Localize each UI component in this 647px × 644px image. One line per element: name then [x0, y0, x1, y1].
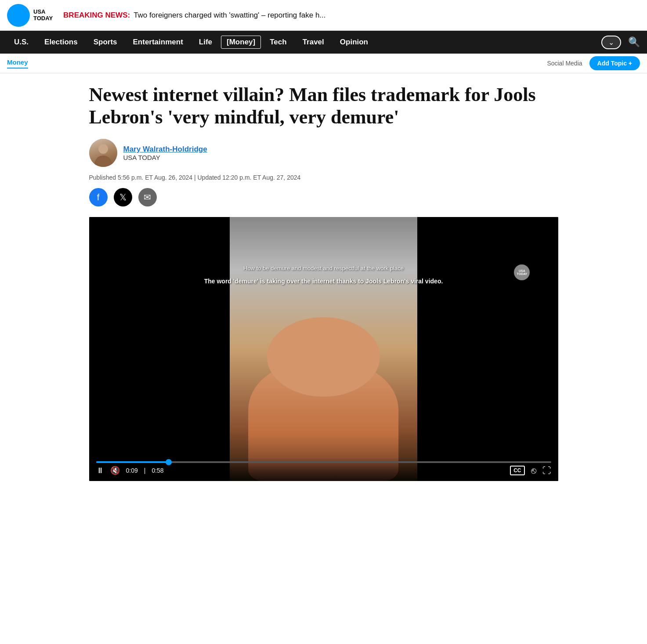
publish-date: Published 5:56 p.m. ET Aug. 26, 2024 | U… [89, 174, 558, 181]
breaking-text: Two foreigners charged with 'swatting' –… [134, 11, 325, 20]
email-icon: ✉ [144, 192, 151, 203]
twitter-icon: 𝕏 [119, 192, 127, 203]
article-container: Newest internet villain? Man files trade… [82, 73, 565, 492]
nav-item-travel[interactable]: Travel [296, 31, 331, 54]
share-video-icon[interactable]: ⎋ [531, 466, 536, 476]
nav-item-sports[interactable]: Sports [87, 31, 124, 54]
avatar [89, 139, 117, 167]
nav-item-money[interactable]: [ Money ] [221, 36, 261, 49]
facebook-share-button[interactable]: f [89, 188, 108, 206]
progress-knob[interactable] [166, 459, 172, 465]
article-headline: Newest internet villain? Man files trade… [89, 84, 558, 128]
nav-more-button[interactable]: ⌄ [601, 36, 621, 49]
pause-button[interactable]: ⏸ [96, 466, 104, 475]
progress-bar[interactable] [96, 461, 551, 463]
fullscreen-button[interactable]: ⛶ [542, 466, 551, 476]
mute-icon: 🔇 [110, 466, 120, 475]
time-separator: | [144, 467, 146, 474]
video-controls: ⏸ 🔇 0:09 | 0:58 CC ⎋ ⛶ [89, 458, 558, 481]
video-black-right [417, 217, 558, 481]
logo[interactable]: USA TODAY [7, 4, 53, 27]
sub-nav-money[interactable]: Money [7, 58, 28, 69]
controls-row: ⏸ 🔇 0:09 | 0:58 CC ⎋ ⛶ [96, 466, 551, 476]
nav-item-elections[interactable]: Elections [37, 31, 85, 54]
author-outlet: USA TODAY [123, 154, 207, 161]
mute-button[interactable]: 🔇 [110, 466, 120, 475]
total-time: 0:58 [152, 467, 163, 474]
nav-item-us[interactable]: U.S. [7, 31, 36, 54]
logo-circle-icon [7, 4, 30, 27]
logo-text: USA TODAY [33, 9, 53, 22]
avatar-image [89, 139, 117, 167]
nav-item-life[interactable]: Life [192, 31, 219, 54]
breaking-label: BREAKING NEWS: [63, 11, 130, 20]
author-name[interactable]: Mary Walrath-Holdridge [123, 145, 207, 154]
email-share-button[interactable]: ✉ [138, 188, 157, 206]
author-info: Mary Walrath-Holdridge USA TODAY [123, 145, 207, 161]
nav-item-entertainment[interactable]: Entertainment [126, 31, 190, 54]
chevron-down-icon: ⌄ [608, 38, 614, 47]
breaking-news-bar: BREAKING NEWS: Two foreigners charged wi… [63, 11, 640, 20]
video-overlay-text: How to be demure and modest and respectf… [112, 264, 535, 286]
sub-nav-right: Social Media Add Topic + [547, 56, 640, 70]
nav-item-opinion[interactable]: Opinion [333, 31, 375, 54]
add-topic-button[interactable]: Add Topic + [589, 56, 640, 70]
twitter-share-button[interactable]: 𝕏 [114, 188, 132, 206]
video-black-left [89, 217, 230, 481]
cc-button[interactable]: CC [510, 466, 524, 475]
facebook-icon: f [97, 192, 100, 203]
pause-icon: ⏸ [96, 466, 104, 475]
sub-nav: Money Social Media Add Topic + [0, 54, 647, 73]
author-row: Mary Walrath-Holdridge USA TODAY [89, 139, 558, 167]
nav-item-tech[interactable]: Tech [263, 31, 293, 54]
progress-fill [96, 461, 169, 463]
main-nav: U.S. Elections Sports Entertainment Life… [0, 31, 647, 54]
video-frame [230, 217, 417, 481]
site-header: USA TODAY BREAKING NEWS: Two foreigners … [0, 0, 647, 31]
current-time: 0:09 [126, 467, 138, 474]
video-player[interactable]: How to be demure and modest and respectf… [89, 217, 558, 481]
share-row: f 𝕏 ✉ [89, 188, 558, 206]
search-icon[interactable]: 🔍 [628, 36, 640, 48]
social-media-label: Social Media [547, 60, 582, 67]
